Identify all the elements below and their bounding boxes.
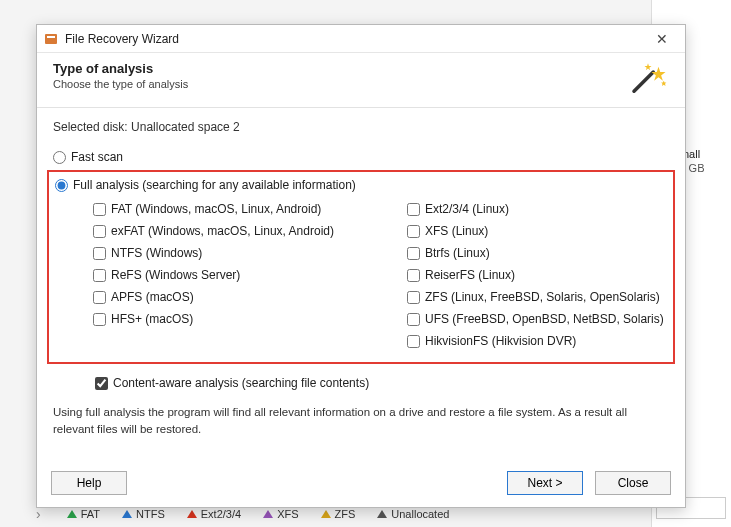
help-button[interactable]: Help [51,471,127,495]
radio-full-analysis[interactable]: Full analysis (searching for any availab… [49,178,665,192]
checkbox-content-aware-input[interactable] [95,377,108,390]
svg-rect-3 [47,36,55,38]
wizard-footer: Help Next > Close [37,463,685,507]
svg-rect-2 [45,34,57,44]
checkbox-refs[interactable]: ReFS (Windows Server) [93,264,393,286]
close-button[interactable]: ✕ [645,31,679,47]
full-analysis-highlight-frame: Full analysis (searching for any availab… [47,170,675,364]
wizard-header: Type of analysis Choose the type of anal… [37,53,685,108]
checkbox-ufs[interactable]: UFS (FreeBSD, OpenBSD, NetBSD, Solaris) [407,308,665,330]
triangle-icon [187,510,197,518]
legend-item-xfs: XFS [263,508,298,520]
analysis-description: Using full analysis the program will fin… [53,404,669,439]
legend-item-unallocated: Unallocated [377,508,449,520]
svg-marker-7 [661,81,666,86]
radio-full-analysis-label: Full analysis (searching for any availab… [73,178,356,192]
legend-item-ext: Ext2/3/4 [187,508,241,520]
checkbox-content-aware-label: Content-aware analysis (searching file c… [113,376,369,390]
checkbox-btrfs[interactable]: Btrfs (Linux) [407,242,665,264]
filesystem-options: FAT (Windows, macOS, Linux, Android) exF… [51,198,665,352]
svg-line-4 [634,72,653,91]
close-button-footer[interactable]: Close [595,471,671,495]
checkbox-reiserfs[interactable]: ReiserFS (Linux) [407,264,665,286]
legend-item-ntfs: NTFS [122,508,165,520]
wizard-wand-icon [627,61,669,97]
legend-item-zfs: ZFS [321,508,356,520]
legend-item-fat: FAT [67,508,100,520]
triangle-icon [377,510,387,518]
page-subheading: Choose the type of analysis [53,78,188,90]
checkbox-hikvisionfs[interactable]: HikvisionFS (Hikvision DVR) [407,330,665,352]
selected-disk-label: Selected disk: Unallocated space 2 [53,120,669,134]
next-button[interactable]: Next > [507,471,583,495]
triangle-icon [321,510,331,518]
wizard-body: Selected disk: Unallocated space 2 Fast … [37,108,685,463]
checkbox-apfs[interactable]: APFS (macOS) [93,286,393,308]
triangle-icon [122,510,132,518]
checkbox-hfsplus[interactable]: HFS+ (macOS) [93,308,393,330]
filesystem-column-left: FAT (Windows, macOS, Linux, Android) exF… [93,198,393,352]
app-icon [43,31,59,47]
titlebar: File Recovery Wizard ✕ [37,25,685,53]
svg-marker-6 [645,63,652,70]
radio-fast-scan[interactable]: Fast scan [47,150,669,164]
page-heading: Type of analysis [53,61,188,76]
radio-fast-scan-label: Fast scan [71,150,123,164]
legend-chevron-icon: › [36,506,41,522]
checkbox-xfs[interactable]: XFS (Linux) [407,220,665,242]
window-title: File Recovery Wizard [65,32,645,46]
radio-fast-scan-input[interactable] [53,151,66,164]
triangle-icon [67,510,77,518]
checkbox-ext[interactable]: Ext2/3/4 (Linux) [407,198,665,220]
checkbox-zfs[interactable]: ZFS (Linux, FreeBSD, Solaris, OpenSolari… [407,286,665,308]
checkbox-content-aware[interactable]: Content-aware analysis (searching file c… [95,376,669,390]
radio-full-analysis-input[interactable] [55,179,68,192]
filesystem-column-right: Ext2/3/4 (Linux) XFS (Linux) Btrfs (Linu… [407,198,665,352]
triangle-icon [263,510,273,518]
checkbox-fat[interactable]: FAT (Windows, macOS, Linux, Android) [93,198,393,220]
checkbox-ntfs[interactable]: NTFS (Windows) [93,242,393,264]
wizard-dialog: File Recovery Wizard ✕ Type of analysis … [36,24,686,508]
checkbox-exfat[interactable]: exFAT (Windows, macOS, Linux, Android) [93,220,393,242]
